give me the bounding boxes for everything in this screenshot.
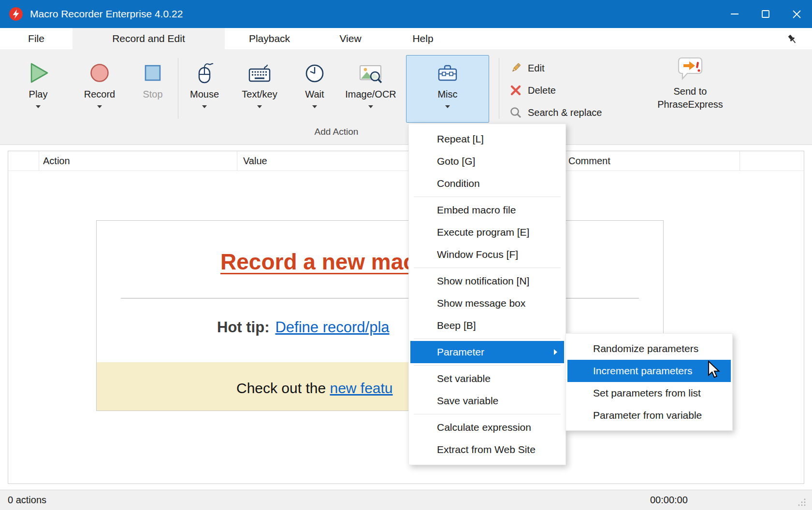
tab-playback[interactable]: Playback <box>225 28 314 49</box>
resize-grip[interactable] <box>798 498 806 507</box>
menu-item-repeat[interactable]: Repeat [L] <box>409 128 566 150</box>
submenu-item-parameter-from-variable[interactable]: Parameter from variable <box>566 404 732 426</box>
menu-item-calculate-expression[interactable]: Calculate expression <box>409 416 566 439</box>
record-button[interactable]: Record <box>77 55 122 123</box>
send-to-phraseexpress-button[interactable]: Send to PhraseExpress <box>652 56 729 111</box>
menu-separator <box>414 365 561 366</box>
image-ocr-button[interactable]: Image/OCR <box>340 55 401 123</box>
menu-item-execute-program[interactable]: Execute program [E] <box>409 221 566 243</box>
table-header-row: Action Value Comment <box>8 151 804 171</box>
tab-file[interactable]: File <box>0 28 72 49</box>
menu-item-condition[interactable]: Condition <box>409 172 566 195</box>
mouse-dropdown-arrow-icon[interactable] <box>202 105 207 108</box>
menu-item-save-variable[interactable]: Save variable <box>409 390 566 412</box>
send-to-phraseexpress-label: Send to PhraseExpress <box>657 85 723 111</box>
play-label: Play <box>29 89 48 100</box>
tab-record-and-edit-label: Record and Edit <box>112 33 185 44</box>
delete-button[interactable]: Delete <box>509 79 602 101</box>
tab-file-label: File <box>28 33 44 44</box>
macro-action-table[interactable]: Action Value Comment Record a new macro … <box>8 151 804 484</box>
tab-help[interactable]: Help <box>387 28 459 49</box>
delete-x-icon <box>509 84 522 97</box>
submenu-item-randomize-parameters[interactable]: Randomize parameters <box>566 338 732 360</box>
ribbon-toolbar: Play Record Stop Mouse <box>0 49 812 145</box>
play-dropdown-arrow-icon[interactable] <box>36 105 41 108</box>
check-out-text: Check out the <box>236 380 330 396</box>
text-key-dropdown-arrow-icon[interactable] <box>257 105 262 108</box>
table-header-selector-column[interactable] <box>8 151 39 170</box>
close-button[interactable] <box>781 0 812 28</box>
record-icon <box>88 61 111 85</box>
app-logo-icon <box>9 7 23 21</box>
wait-button[interactable]: Wait <box>293 55 336 123</box>
new-features-link[interactable]: new featu <box>330 380 392 396</box>
submenu-item-increment-parameters[interactable]: Increment parameters <box>567 360 731 382</box>
menu-item-window-focus[interactable]: Window Focus [F] <box>409 243 566 266</box>
magnifier-icon <box>509 106 522 119</box>
maximize-button[interactable] <box>750 0 781 28</box>
menu-item-parameter-label: Parameter <box>437 346 484 358</box>
tab-view[interactable]: View <box>314 28 387 49</box>
minimize-button[interactable] <box>719 0 750 28</box>
ribbon-separator <box>499 58 499 119</box>
tab-record-and-edit[interactable]: Record and Edit <box>72 28 225 49</box>
stop-label: Stop <box>143 89 162 100</box>
misc-button[interactable]: Misc <box>406 55 489 123</box>
menu-item-beep[interactable]: Beep [B] <box>409 314 566 337</box>
tab-playback-label: Playback <box>249 33 290 44</box>
close-icon <box>793 10 801 18</box>
submenu-item-set-parameters-from-list[interactable]: Set parameters from list <box>566 382 732 404</box>
search-replace-button[interactable]: Search & replace <box>509 101 602 124</box>
image-ocr-dropdown-arrow-icon[interactable] <box>368 105 373 108</box>
delete-label: Delete <box>528 85 556 96</box>
pin-ribbon-button[interactable] <box>784 32 800 46</box>
window-controls <box>719 0 812 28</box>
menu-item-embed-macro-file[interactable]: Embed macro file <box>409 199 566 221</box>
wait-label: Wait <box>305 89 324 100</box>
menu-separator <box>414 268 561 268</box>
record-new-macro-link[interactable]: Record a new macro <box>220 249 438 275</box>
check-out-line: Check out the new featu <box>236 380 393 397</box>
image-ocr-label: Image/OCR <box>345 89 396 100</box>
hot-tip-link[interactable]: Define record/pla <box>275 319 389 336</box>
menu-item-show-message-box[interactable]: Show message box <box>409 292 566 314</box>
ribbon-tab-row: File Record and Edit Playback View Help <box>0 28 812 49</box>
menu-item-parameter[interactable]: Parameter <box>410 341 564 363</box>
keyboard-icon <box>248 61 271 85</box>
submenu-arrow-icon <box>554 349 557 355</box>
text-key-button[interactable]: Text/key <box>233 55 286 123</box>
menu-separator <box>414 339 561 339</box>
tab-view-label: View <box>339 33 361 44</box>
pencil-icon <box>509 62 522 74</box>
menu-item-show-notification[interactable]: Show notification [N] <box>409 270 566 292</box>
parameter-submenu: Randomize parameters Increment parameter… <box>566 333 733 431</box>
menu-item-extract-from-web-site[interactable]: Extract from Web Site <box>409 439 566 461</box>
record-dropdown-arrow-icon[interactable] <box>97 105 102 108</box>
table-header-action[interactable]: Action <box>39 151 237 170</box>
title-bar: Macro Recorder Enterprise 4.0.22 <box>0 0 812 28</box>
text-key-label: Text/key <box>242 89 277 100</box>
play-button[interactable]: Play <box>17 55 59 123</box>
record-label: Record <box>84 89 115 100</box>
table-header-comment[interactable]: Comment <box>564 151 740 170</box>
mouse-button[interactable]: Mouse <box>184 55 225 123</box>
edit-button[interactable]: Edit <box>509 57 602 79</box>
menu-separator <box>414 197 561 197</box>
stop-button[interactable]: Stop <box>132 55 173 123</box>
mouse-icon <box>193 61 216 85</box>
menu-item-set-variable[interactable]: Set variable <box>409 368 566 390</box>
ribbon-separator <box>178 58 178 119</box>
mouse-cursor <box>708 360 721 379</box>
menu-item-goto[interactable]: Goto [G] <box>409 150 566 172</box>
edit-label: Edit <box>528 63 544 74</box>
play-icon <box>27 61 50 85</box>
mouse-label: Mouse <box>190 89 219 100</box>
wait-dropdown-arrow-icon[interactable] <box>312 105 317 108</box>
hot-tip-line: Hot tip:Define record/pla <box>217 319 390 336</box>
send-to-line1: Send to <box>657 85 723 98</box>
menu-separator <box>414 414 561 414</box>
search-replace-label: Search & replace <box>528 107 602 118</box>
hot-tip-label: Hot tip: <box>217 319 269 336</box>
misc-dropdown-arrow-icon[interactable] <box>445 105 450 108</box>
tab-help-label: Help <box>412 33 433 44</box>
